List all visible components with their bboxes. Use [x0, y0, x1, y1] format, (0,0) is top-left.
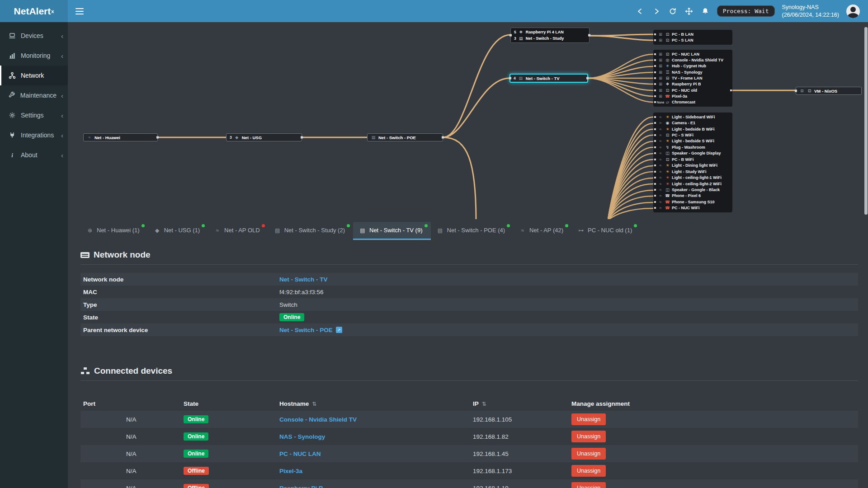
- sidebar-item-settings[interactable]: Settings: [0, 105, 68, 125]
- device-name: Light - Study WiFi: [672, 169, 706, 174]
- server-timestamp: (26/06/2024, 14:22:16): [782, 11, 840, 19]
- node-net-usg[interactable]: 3 Net - USG: [226, 133, 302, 141]
- topology-device-row[interactable]: Light - bedside S WiFi: [653, 139, 732, 143]
- connection-type-icon: [658, 101, 663, 104]
- sidebar-item-network[interactable]: Network: [0, 66, 68, 85]
- topology-device-row[interactable]: Pixel-3a: [653, 94, 732, 99]
- node-tab[interactable]: Net - Huawei (1): [80, 222, 148, 240]
- sidebar-item-maintenance[interactable]: Maintenance: [0, 85, 68, 105]
- node-net-switch-study[interactable]: 3 Net - Switch - Study: [511, 36, 589, 41]
- topology-device-row[interactable]: Console - Nvidia Shield TV: [653, 58, 732, 62]
- topology-device-row[interactable]: Camera - E1: [653, 121, 732, 125]
- netalertx-app: NetAlertx Process: Wait Synology-NAS (26: [0, 0, 868, 488]
- node-tab[interactable]: Net - Switch - Study (2): [268, 222, 353, 240]
- topology-device-row[interactable]: Plug - Washroom: [653, 145, 732, 150]
- vertical-scrollbar[interactable]: [864, 27, 868, 215]
- topology-device-row[interactable]: Light - Study WiFi: [653, 169, 732, 174]
- unassign-button[interactable]: Unassign: [571, 465, 606, 477]
- node-raspberry-pi4-lan[interactable]: 5 Raspberry Pi 4 LAN: [511, 30, 589, 34]
- sort-icon[interactable]: [482, 400, 486, 407]
- hostname-cell: PC - NUC LAN: [279, 450, 473, 457]
- topology-device-row[interactable]: NAS - Synology: [653, 70, 732, 75]
- node-net-huawei[interactable]: Net - Huawei: [83, 133, 158, 141]
- topology-device-row[interactable]: PC - S WiFi: [653, 133, 732, 137]
- topology-device-row[interactable]: Speaker - Google - Black: [653, 188, 732, 192]
- topology-device-row[interactable]: PC - S LAN: [653, 38, 732, 42]
- node-tab[interactable]: Net - Switch - POE (4): [431, 222, 514, 240]
- hostname-link[interactable]: Pixel-3a: [279, 468, 302, 474]
- topology-device-row[interactable]: PC - B LAN: [653, 32, 732, 37]
- sidebar-item-label: Monitoring: [21, 52, 50, 59]
- node-tab[interactable]: Net - AP OLD: [208, 222, 268, 240]
- node-vm-nixos[interactable]: VM - NixOS: [796, 87, 862, 95]
- port-number: 3: [514, 36, 516, 41]
- refresh-icon[interactable]: [668, 7, 677, 16]
- parent-node-link[interactable]: Net - Switch - POE: [279, 327, 333, 333]
- node-tab[interactable]: Net - AP (42): [513, 222, 571, 240]
- forward-icon[interactable]: [652, 7, 661, 16]
- tab-label: PC - NUC old (1): [588, 227, 632, 234]
- unassign-button[interactable]: Unassign: [571, 413, 606, 425]
- topology-device-row[interactable]: PC - NUC old: [653, 88, 732, 93]
- topology-device-row[interactable]: PC - NUC WiFi: [653, 206, 732, 210]
- device-name: Light - bedside B WiFi: [672, 127, 714, 131]
- detail-row-parent: Parent network device Net - Switch - POE: [80, 324, 858, 336]
- wrench-icon: [8, 92, 16, 99]
- topology-device-row[interactable]: PC - NUC LAN: [653, 52, 732, 56]
- hostname-link[interactable]: PC - NUC LAN: [279, 450, 321, 457]
- device-name: PC - B WiFi: [672, 157, 693, 162]
- sidebar-item-about[interactable]: i About: [0, 145, 68, 165]
- node-net-switch-poe[interactable]: Net - Switch - POE: [367, 133, 443, 141]
- node-tab[interactable]: Net - Switch - TV (9): [353, 222, 431, 240]
- topology-device-row[interactable]: Light - ceiling-light-2 WiFi: [653, 182, 732, 186]
- unassign-button[interactable]: Unassign: [571, 431, 606, 442]
- device-type-icon: [665, 38, 670, 42]
- topology-device-row[interactable]: Light - bedside B WiFi: [653, 127, 732, 131]
- connection-type-icon: [658, 70, 663, 75]
- manage-cell: Unassign: [571, 448, 858, 460]
- hostname-link[interactable]: NAS - Synology: [279, 433, 325, 440]
- device-type-icon: [665, 206, 670, 210]
- network-node-link[interactable]: Net - Switch - TV: [279, 276, 328, 283]
- sidebar-item-monitoring[interactable]: Monitoring: [0, 46, 68, 66]
- topology-device-row[interactable]: Raspberry Pi B: [653, 82, 732, 86]
- external-link-icon[interactable]: [336, 327, 342, 333]
- node-tab[interactable]: Net - USG (1): [148, 222, 208, 240]
- topology-device-row[interactable]: Light - Dining light WiFi: [653, 163, 732, 168]
- unassign-button[interactable]: Unassign: [571, 482, 606, 488]
- device-type-icon: [665, 58, 670, 62]
- topology-device-row[interactable]: Phone - Pixel 6: [653, 193, 732, 198]
- topology-device-row[interactable]: Light - Sideboard WiFi: [653, 115, 732, 119]
- back-icon[interactable]: [636, 7, 645, 16]
- node-tab[interactable]: PC - NUC old (1): [571, 222, 640, 240]
- node-net-switch-tv-selected[interactable]: 4 Net - Switch - TV: [509, 74, 588, 83]
- sidebar-item-devices[interactable]: Devices: [0, 26, 68, 46]
- notifications-bell-icon[interactable]: [701, 7, 710, 16]
- unassign-button[interactable]: Unassign: [571, 448, 606, 460]
- topology-device-row[interactable]: Phone - Samsung S10: [653, 200, 732, 204]
- topology-device-row[interactable]: Speaker - Google Display: [653, 151, 732, 155]
- sidebar-item-integrations[interactable]: Integrations: [0, 125, 68, 145]
- topology-device-row[interactable]: PC - B WiFi: [653, 157, 732, 162]
- device-type-icon: [665, 115, 670, 119]
- topology-device-row[interactable]: Light - ceiling-light-1 WiFi: [653, 175, 732, 180]
- app-name: NetAlert: [14, 6, 51, 17]
- switch-icon: [518, 76, 524, 80]
- node-group-rpi4-study[interactable]: 5 Raspberry Pi 4 LAN 3 Net - Switch - St…: [510, 28, 590, 43]
- topology-device-row[interactable]: Hub - Cygnet Hub: [653, 64, 732, 68]
- device-type-icon: [665, 82, 670, 86]
- shield-icon: [234, 135, 240, 140]
- hostname-link[interactable]: Raspberry Pi B: [279, 485, 323, 488]
- user-avatar[interactable]: [846, 5, 860, 18]
- device-name: Light - Sideboard WiFi: [672, 115, 715, 119]
- status-dot: [202, 224, 205, 227]
- topology-device-row[interactable]: TV - Frame LAN: [653, 76, 732, 80]
- sort-icon[interactable]: [312, 400, 316, 407]
- status-badge: Online: [279, 313, 304, 321]
- topology-device-row[interactable]: Chromecast: [653, 100, 732, 104]
- app-logo[interactable]: NetAlertx: [0, 0, 68, 22]
- hamburger-menu-button[interactable]: [68, 0, 91, 22]
- move-icon[interactable]: [684, 7, 693, 16]
- hostname-link[interactable]: Console - Nvidia Shield TV: [279, 416, 357, 423]
- table-row: N/A Offline Pixel-3a 192.168.1.173 Unass…: [80, 462, 858, 479]
